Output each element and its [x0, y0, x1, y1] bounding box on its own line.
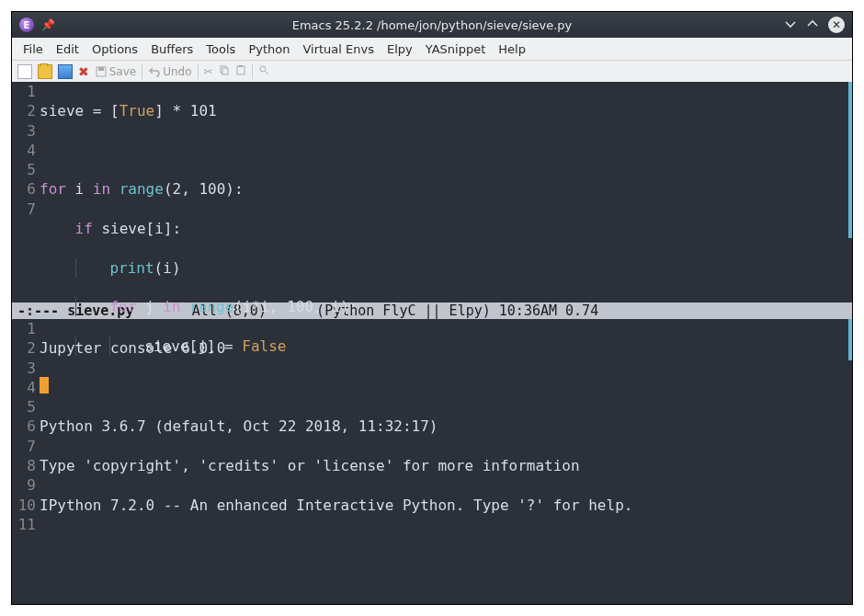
menu-file[interactable]: File: [17, 40, 49, 58]
lineno: 4: [12, 378, 36, 397]
lineno: 1: [12, 319, 36, 338]
menu-options[interactable]: Options: [86, 40, 143, 58]
lineno: 5: [12, 397, 36, 416]
lineno: 7: [12, 200, 36, 219]
menu-edit[interactable]: Edit: [51, 40, 85, 58]
lineno: 8: [12, 456, 36, 475]
lineno: 3: [12, 121, 36, 141]
svg-point-6: [260, 66, 266, 72]
open-file-icon[interactable]: [38, 64, 52, 79]
search-icon[interactable]: [258, 64, 269, 78]
separator: [198, 64, 199, 79]
line-gutter: 1 2 3 4 5 6 7: [12, 82, 40, 302]
line-gutter: 1 2 3 4 5 6 7 8 9 10 11: [12, 319, 40, 604]
lineno: 4: [12, 141, 36, 160]
lineno: 6: [12, 179, 36, 199]
source-code[interactable]: sieve = [True] * 101 for i in range(2, 1…: [40, 82, 852, 302]
separator: [142, 64, 142, 79]
svg-rect-1: [98, 67, 104, 71]
lineno: 6: [12, 416, 36, 436]
repl-pane[interactable]: 1 2 3 4 5 6 7 8 9 10 11 Jupyter console …: [12, 319, 852, 604]
titlebar-controls: ✕: [734, 17, 845, 33]
minimize-icon[interactable]: [784, 17, 797, 33]
lineno: 2: [12, 101, 36, 120]
menu-help[interactable]: Help: [493, 40, 531, 58]
lineno: 3: [12, 359, 36, 378]
svg-rect-5: [239, 65, 243, 67]
emacs-app-icon: E: [19, 17, 34, 32]
lineno: 1: [12, 82, 36, 101]
copy-icon[interactable]: [219, 64, 230, 78]
scrollbar-indicator[interactable]: [848, 319, 852, 360]
separator: [252, 64, 253, 79]
repl-code[interactable]: Jupyter console 6.0.0 Python 3.6.7 (defa…: [40, 319, 852, 604]
lineno: 11: [12, 515, 36, 534]
lineno: 2: [12, 338, 36, 358]
lineno: 7: [12, 437, 36, 456]
cut-icon[interactable]: ✂: [204, 65, 213, 78]
paste-icon[interactable]: [235, 64, 246, 78]
window-frame: E 📌 Emacs 25.2.2 /home/jon/python/sieve/…: [11, 11, 853, 605]
maximize-icon[interactable]: [806, 17, 819, 33]
scrollbar-indicator[interactable]: [848, 82, 852, 238]
save-button[interactable]: Save: [95, 65, 136, 78]
titlebar[interactable]: E 📌 Emacs 25.2.2 /home/jon/python/sieve/…: [12, 12, 852, 38]
menu-virtualenvs[interactable]: Virtual Envs: [297, 40, 380, 58]
close-icon[interactable]: ✕: [828, 17, 845, 33]
open-dir-icon[interactable]: [58, 64, 73, 79]
svg-rect-3: [222, 68, 228, 74]
undo-button[interactable]: Undo: [148, 65, 191, 78]
menu-yasnippet[interactable]: YASnippet: [420, 40, 492, 58]
close-buffer-icon[interactable]: ✖: [78, 64, 89, 79]
menu-tools[interactable]: Tools: [200, 40, 241, 58]
svg-rect-4: [237, 66, 244, 74]
lineno: 5: [12, 160, 36, 179]
lineno: 9: [12, 475, 36, 495]
titlebar-left: E 📌: [19, 17, 130, 32]
window-title: Emacs 25.2.2 /home/jon/python/sieve/siev…: [130, 18, 734, 32]
source-pane[interactable]: 1 2 3 4 5 6 7 sieve = [True] * 101 for i…: [12, 82, 852, 302]
menu-elpy[interactable]: Elpy: [381, 40, 418, 58]
pin-icon[interactable]: 📌: [41, 18, 55, 31]
editor-area: 1 2 3 4 5 6 7 sieve = [True] * 101 for i…: [12, 82, 852, 604]
menubar: File Edit Options Buffers Tools Python V…: [12, 38, 852, 60]
lineno: 10: [12, 496, 36, 515]
menu-python[interactable]: Python: [243, 40, 295, 58]
new-file-icon[interactable]: [17, 64, 32, 79]
toolbar: ✖ Save Undo ✂: [12, 60, 852, 82]
menu-buffers[interactable]: Buffers: [145, 40, 199, 58]
svg-line-7: [266, 72, 268, 74]
